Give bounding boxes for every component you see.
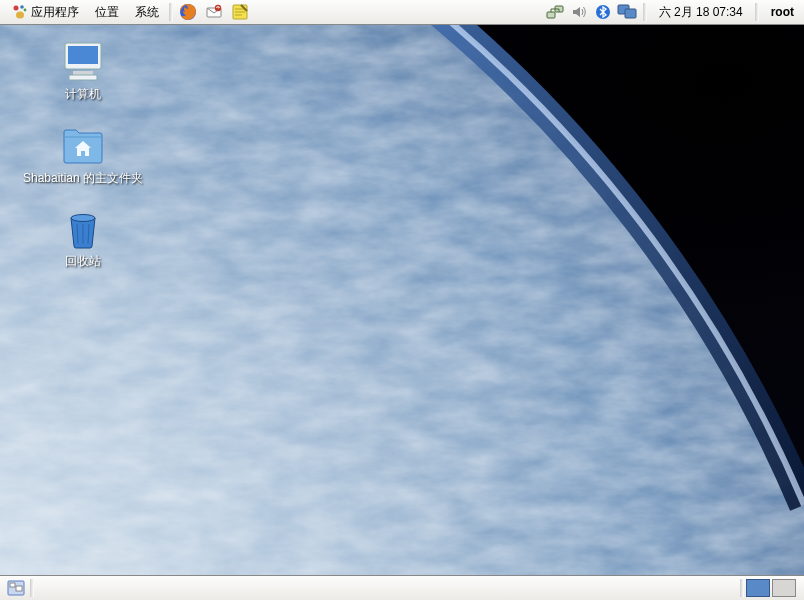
home-folder-icon	[59, 121, 107, 169]
bluetooth-icon	[595, 4, 611, 20]
places-menu-label: 位置	[95, 4, 119, 21]
desktop-icon-label: 回收站	[65, 254, 101, 270]
separator	[30, 579, 34, 597]
svg-rect-13	[547, 12, 555, 18]
show-desktop-button[interactable]	[4, 578, 28, 598]
places-menu[interactable]: 位置	[87, 1, 127, 24]
system-menu[interactable]: 系统	[127, 1, 167, 24]
svg-point-0	[14, 6, 19, 11]
svg-rect-21	[73, 71, 93, 75]
svg-rect-20	[68, 46, 98, 64]
svg-rect-22	[69, 75, 97, 80]
workspace-1[interactable]	[746, 579, 770, 597]
system-menu-label: 系统	[135, 4, 159, 21]
network-icon	[546, 3, 564, 21]
applications-menu[interactable]: 应用程序	[4, 1, 87, 24]
bluetooth-applet[interactable]	[593, 2, 613, 22]
computer-icon	[59, 37, 107, 85]
clock[interactable]: 六 2月 18 07:34	[653, 4, 749, 21]
workspace-2[interactable]	[772, 579, 796, 597]
workspace-pager	[746, 579, 796, 597]
desktop-icon-trash[interactable]: 回收站	[18, 204, 148, 270]
display-icon	[617, 3, 637, 21]
user-menu[interactable]: root	[765, 5, 800, 19]
svg-rect-29	[16, 586, 22, 591]
envelope-icon	[205, 3, 223, 21]
desktop-icon-label: Shabaitian 的主文件夹	[23, 171, 143, 187]
volume-icon	[571, 4, 587, 20]
svg-point-2	[24, 9, 27, 12]
firefox-icon	[179, 3, 197, 21]
trash-icon	[59, 204, 107, 252]
separator	[643, 3, 647, 21]
firefox-launcher[interactable]	[175, 1, 201, 23]
email-launcher[interactable]	[201, 1, 227, 23]
separator	[169, 3, 173, 21]
top-right-group: 六 2月 18 07:34 root	[545, 2, 800, 22]
svg-point-1	[20, 5, 24, 9]
network-applet[interactable]	[545, 2, 565, 22]
applications-menu-label: 应用程序	[31, 4, 79, 21]
desktop-icon-computer[interactable]: 计算机	[18, 37, 148, 103]
show-desktop-icon	[7, 580, 25, 596]
top-left-group: 应用程序 位置 系统	[4, 1, 253, 24]
volume-applet[interactable]	[569, 2, 589, 22]
svg-point-23	[71, 215, 95, 222]
svg-point-3	[16, 12, 24, 19]
gnome-foot-icon	[12, 4, 28, 20]
svg-rect-17	[625, 9, 636, 18]
separator	[755, 3, 759, 21]
desktop-icon-grid: 计算机 Shabaitian 的主文件夹 回收站	[18, 37, 148, 270]
bottom-panel	[0, 575, 804, 600]
desktop[interactable]: 计算机 Shabaitian 的主文件夹 回收站	[0, 25, 804, 575]
display-applet[interactable]	[617, 2, 637, 22]
notes-launcher[interactable]	[227, 1, 253, 23]
desktop-icon-home[interactable]: Shabaitian 的主文件夹	[18, 121, 148, 187]
svg-rect-28	[10, 583, 15, 587]
note-icon	[231, 3, 249, 21]
desktop-icon-label: 计算机	[65, 87, 101, 103]
separator	[740, 579, 744, 597]
top-panel: 应用程序 位置 系统 六 2月 18 07:	[0, 0, 804, 25]
